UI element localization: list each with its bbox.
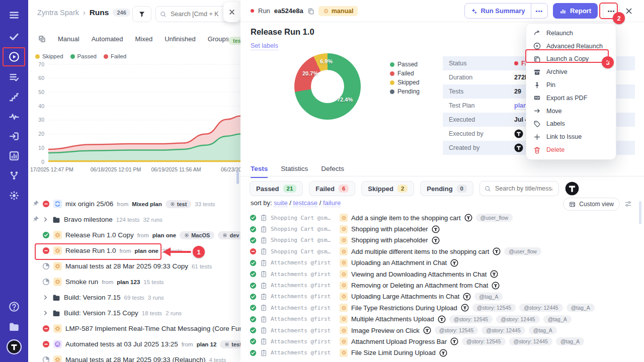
run-group-bravo[interactable]: Bravo milestone 124 tests 32 runs	[28, 212, 240, 227]
test-tag[interactable]: @story: 12445	[481, 326, 525, 334]
run-plan-link[interactable]: plan 12	[197, 341, 217, 347]
filter-failed-chip[interactable]: Failed6	[309, 181, 355, 196]
sort-by-testcase[interactable]: testcase	[293, 199, 317, 207]
test-title[interactable]: Multiple Attachments Upload	[351, 315, 434, 323]
help-icon[interactable]	[9, 301, 20, 312]
test-row[interactable]: Attachments @first Removing or Deleting …	[250, 280, 637, 291]
suite-name[interactable]: Attachments @first	[271, 305, 336, 311]
tab-manual[interactable]: Manual	[58, 35, 79, 43]
chevron-right-icon[interactable]	[42, 310, 49, 316]
test-row[interactable]: Attachments @first Multiple Attachments …	[250, 314, 637, 325]
suite-name[interactable]: Attachments @first	[271, 349, 336, 356]
test-title[interactable]: Removing or Deleting an Attachment from …	[351, 282, 488, 289]
analytics-nav-icon[interactable]	[9, 150, 20, 161]
run-title[interactable]: Manual tests at 28 Mar 2025 09:33 Copy	[65, 262, 188, 270]
test-row[interactable]: Attachments @first Attachment Upload Pro…	[250, 336, 637, 347]
test-cases-nav-icon[interactable]	[9, 71, 20, 82]
suite-name[interactable]: Attachments @first	[271, 282, 336, 289]
drawer-close-button[interactable]	[223, 2, 240, 22]
run-row-mix-origin[interactable]: mix origin 25/06 from Mixed plan test 33…	[28, 196, 240, 212]
assignee-avatar[interactable]	[565, 182, 579, 196]
chevron-right-icon[interactable]	[42, 216, 49, 223]
test-row[interactable]: Shopping Cart @sm… Add a single item to …	[250, 212, 637, 223]
run-plan-link[interactable]: plan one	[152, 232, 176, 238]
filter-passed-chip[interactable]: Passed21	[250, 181, 303, 196]
sort-by-suite[interactable]: suite	[274, 199, 287, 207]
tests-scrollbar[interactable]	[639, 201, 641, 224]
group-title[interactable]: Build: Version 7.15 Copy	[64, 309, 138, 317]
custom-view-button[interactable]: Custom view	[563, 198, 620, 211]
test-title[interactable]: File Size Limit During Upload	[351, 349, 436, 356]
run-title[interactable]: Automated tests at 03 Jul 2025 13:25	[65, 340, 178, 348]
run-title[interactable]: Smoke run	[65, 278, 98, 286]
test-tag[interactable]: @story: 12545	[435, 326, 478, 334]
tab-unfinished[interactable]: Unfinished	[165, 35, 195, 43]
test-tag[interactable]: @tag_A	[474, 293, 503, 301]
branches-nav-icon[interactable]	[9, 170, 20, 181]
test-tag[interactable]: @tag_A	[556, 337, 584, 345]
menu-item-export-pdf[interactable]: Export as PDF	[526, 92, 616, 105]
test-tag[interactable]: @story: 12445	[519, 304, 562, 312]
run-row-lmp[interactable]: LMP-587 Implement Real-Time Chat Messagi…	[28, 321, 240, 336]
run-summary-more-button[interactable]: •••	[531, 4, 548, 18]
menu-item-delete[interactable]: Delete	[526, 143, 616, 156]
run-row-automated[interactable]: Automated tests at 03 Jul 2025 13:25 fro…	[28, 336, 240, 352]
suite-name[interactable]: Shopping Cart @sm…	[271, 248, 336, 255]
test-row[interactable]: Shopping Cart @sm… Shopping with placeho…	[250, 223, 637, 234]
menu-item-move[interactable]: Move	[526, 105, 616, 118]
tab-mixed[interactable]: Mixed	[135, 35, 153, 43]
run-plan-link[interactable]: plan 123	[117, 279, 140, 285]
drawer-scrollbar[interactable]	[236, 170, 239, 184]
test-title[interactable]: Shopping with placeholder	[351, 225, 428, 233]
tests-search-input[interactable]	[494, 185, 553, 193]
test-tag[interactable]: @story: 12545	[449, 315, 493, 323]
menu-item-pin[interactable]: Pin	[526, 78, 616, 92]
test-row[interactable]: Attachments @first File Size Limit Durin…	[250, 347, 637, 358]
test-tag[interactable]: @story: 12445	[509, 337, 552, 345]
test-title[interactable]: Shopping with placeholder	[351, 236, 428, 244]
test-title[interactable]: Image Preview on Click	[351, 327, 420, 334]
suite-name[interactable]: Shopping Cart @sm…	[271, 215, 336, 221]
profile-avatar[interactable]	[8, 340, 21, 353]
test-title[interactable]: Viewing and Downloading Attachments in C…	[351, 270, 487, 278]
run-row-release-copy[interactable]: Release Run 1.0 Copy from plan one MacOS…	[28, 227, 240, 243]
run-title[interactable]: Manual tests at 28 Mar 2025 09:33 (Relau…	[65, 356, 205, 362]
filter-skipped-chip[interactable]: Skipped2	[361, 181, 414, 196]
test-tag[interactable]: @tag_A	[529, 326, 557, 334]
chevron-right-icon[interactable]	[42, 294, 49, 301]
test-row[interactable]: Shopping Cart @sm… Shopping with placeho…	[250, 235, 637, 246]
tab-badge[interactable]: tes	[228, 37, 240, 45]
menu-item-relaunch[interactable]: Relaunch	[526, 27, 616, 40]
run-group-build[interactable]: Build: Version 7.15 69 tests 3 runs	[28, 290, 240, 305]
run-title[interactable]: mix origin 25/06	[65, 200, 113, 208]
run-plan-link[interactable]: Mixed plan	[132, 201, 162, 207]
drawer-search[interactable]	[155, 6, 231, 22]
test-title[interactable]: Add multiple different items to the shop…	[351, 248, 489, 255]
test-tag[interactable]: @tag_A	[567, 304, 595, 312]
test-tag[interactable]: @story: 12545	[472, 304, 516, 312]
suite-name[interactable]: Attachments @first	[271, 327, 336, 334]
menu-icon[interactable]	[9, 10, 20, 21]
suite-name[interactable]: Shopping Cart @sm…	[271, 237, 336, 243]
close-run-icon[interactable]	[625, 7, 633, 15]
activity-nav-icon[interactable]	[9, 111, 20, 122]
run-summary-button[interactable]: Run Summary	[465, 4, 530, 18]
suite-name[interactable]: Attachments @first	[271, 316, 336, 322]
group-title[interactable]: Build: Version 7.15	[64, 294, 121, 301]
run-title[interactable]: Release Run 1.0 Copy	[65, 231, 134, 239]
test-tag[interactable]: @tag_A	[543, 315, 572, 323]
suite-name[interactable]: Attachments @first	[271, 338, 336, 345]
test-row[interactable]: Attachments @first Image Preview on Clic…	[250, 325, 637, 336]
run-row-manual-relaunch[interactable]: Manual tests at 28 Mar 2025 09:33 (Relau…	[28, 352, 240, 362]
report-button[interactable]: Report	[553, 3, 598, 19]
test-row[interactable]: Attachments @first Viewing and Downloadi…	[250, 268, 637, 280]
run-row-smoke[interactable]: Smoke run from plan 123 15 tests	[28, 274, 240, 290]
multi-select-icon[interactable]	[38, 35, 46, 43]
suite-name[interactable]: Shopping Cart @sm…	[271, 226, 336, 232]
set-labels-link[interactable]: Set labels	[251, 42, 278, 50]
drawer-search-input[interactable]	[170, 10, 220, 18]
checks-nav-icon[interactable]	[9, 31, 20, 42]
test-title[interactable]: Add a single item to the shopping cart	[351, 214, 461, 222]
test-row[interactable]: Shopping Cart @sm… Add multiple differen…	[250, 246, 637, 257]
menu-item-archive[interactable]: Archive	[526, 65, 616, 78]
